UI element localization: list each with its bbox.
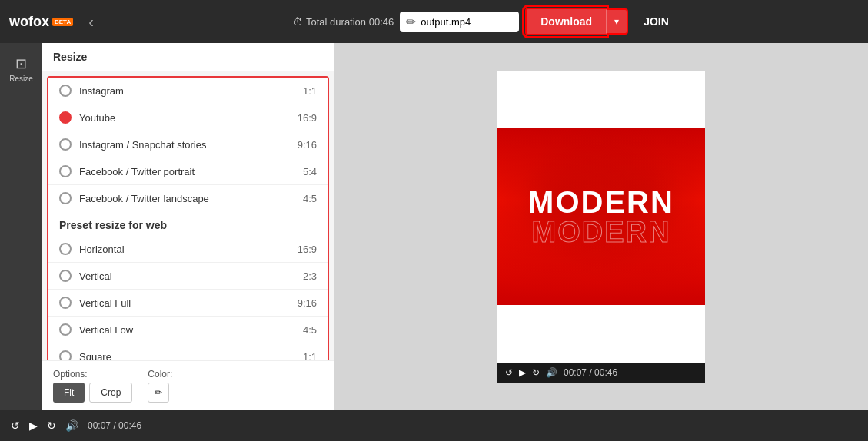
section-title-web: Preset resize for web (48, 211, 328, 236)
timeline-rewind-icon[interactable]: ↺ (11, 419, 20, 432)
footer-row: Options: Fit Crop Color: ✏ (53, 369, 323, 403)
item-label-instagram-stories: Instagram / Snapchat stories (79, 139, 298, 151)
preview-time-total: 00:46 (594, 367, 617, 378)
resize-section-2: Preset resize for web Horizontal 16:9 Ve… (48, 211, 328, 360)
item-label-horizontal: Horizontal (79, 244, 298, 255)
item-ratio-vertical-low: 4:5 (303, 324, 317, 336)
radio-vertical-full[interactable] (59, 297, 72, 309)
preview-area: MODERN MODERN ↺ ▶ ↻ 🔊 00:07 / 00:46 (334, 43, 868, 410)
radio-youtube[interactable] (59, 111, 72, 124)
item-label-facebook-landscape: Facebook / Twitter landscape (79, 193, 303, 204)
preview-play-icon[interactable]: ▶ (519, 367, 526, 378)
download-group: Download ▾ (525, 8, 628, 35)
resize-item-facebook-landscape[interactable]: Facebook / Twitter landscape 4:5 (48, 185, 328, 211)
resize-icon: ⊡ (15, 55, 27, 72)
item-ratio-facebook-portrait: 5:4 (303, 166, 317, 177)
resize-item-vertical[interactable]: Vertical 2:3 (48, 263, 328, 290)
item-ratio-youtube: 16:9 (298, 112, 317, 124)
resize-section-1: Instagram 1:1 Youtube 16:9 Instagram / S… (48, 78, 328, 211)
duration-icon: ⏱ (293, 16, 303, 28)
item-ratio-instagram: 1:1 (303, 85, 317, 97)
radio-facebook-portrait[interactable] (59, 165, 72, 177)
video-text-outline: MODERN (528, 217, 674, 247)
preview-rewind-icon[interactable]: ↺ (505, 367, 513, 378)
duration-text: Total duration 00:46 (306, 16, 394, 28)
item-ratio-horizontal: 16:9 (298, 244, 317, 255)
item-label-square: Square (79, 351, 303, 361)
resize-item-vertical-full[interactable]: Vertical Full 9:16 (48, 290, 328, 317)
timeline-time-total: 00:46 (118, 420, 141, 431)
fit-crop-group: Fit Crop (53, 383, 132, 403)
video-preview: MODERN MODERN (497, 71, 705, 363)
item-label-vertical: Vertical (79, 270, 303, 282)
timeline-bar: ↺ ▶ ↻ 🔊 00:07 / 00:46 (0, 410, 868, 441)
radio-instagram-stories[interactable] (59, 138, 72, 151)
duration-label: ⏱ Total duration 00:46 (293, 16, 394, 28)
logo-text: wofox (9, 14, 49, 30)
preview-time-current: 00:07 (564, 367, 587, 378)
item-ratio-vertical: 2:3 (303, 270, 317, 282)
fit-button[interactable]: Fit (53, 383, 85, 403)
preview-time-display: 00:07 / 00:46 (564, 367, 617, 378)
panel-content: Instagram 1:1 Youtube 16:9 Instagram / S… (42, 71, 334, 360)
main: ⊡ Resize Resize Instagram 1:1 Youtube (0, 43, 868, 410)
resize-item-instagram[interactable]: Instagram 1:1 (48, 78, 328, 104)
item-ratio-square: 1:1 (303, 351, 317, 361)
timeline-time-current: 00:07 (88, 420, 111, 431)
header-center: ⏱ Total duration 00:46 ✏ Download ▾ JOIN (103, 8, 859, 35)
item-ratio-facebook-landscape: 4:5 (303, 193, 317, 204)
resize-item-youtube[interactable]: Youtube 16:9 (48, 104, 328, 131)
video-text-main: MODERN (528, 187, 674, 217)
item-ratio-instagram-stories: 9:16 (298, 139, 317, 151)
item-label-vertical-low: Vertical Low (79, 324, 303, 336)
timeline-time-display: 00:07 / 00:46 (88, 420, 141, 431)
options-label: Options: (53, 369, 132, 380)
video-top (497, 71, 705, 128)
sidebar: ⊡ Resize (0, 43, 42, 410)
resize-item-vertical-low[interactable]: Vertical Low 4:5 (48, 317, 328, 343)
options-group: Options: Fit Crop (53, 369, 132, 403)
radio-square[interactable] (59, 350, 72, 360)
radio-horizontal[interactable] (59, 243, 72, 255)
logo-badge: BETA (52, 18, 73, 26)
resize-item-horizontal[interactable]: Horizontal 16:9 (48, 236, 328, 263)
timeline-forward-icon[interactable]: ↻ (47, 419, 56, 432)
item-ratio-vertical-full: 9:16 (298, 297, 317, 309)
timeline-volume-icon[interactable]: 🔊 (65, 419, 78, 432)
radio-vertical[interactable] (59, 270, 72, 282)
resize-list: Instagram 1:1 Youtube 16:9 Instagram / S… (47, 76, 329, 360)
resize-item-instagram-stories[interactable]: Instagram / Snapchat stories 9:16 (48, 131, 328, 158)
color-group: Color: ✏ (148, 369, 172, 403)
color-label: Color: (148, 369, 172, 380)
video-bottom (497, 305, 705, 363)
item-label-facebook-portrait: Facebook / Twitter portrait (79, 166, 303, 177)
item-label-youtube: Youtube (79, 112, 298, 124)
edit-icon: ✏ (406, 15, 416, 29)
video-control-bar: ↺ ▶ ↻ 🔊 00:07 / 00:46 (497, 363, 705, 383)
sidebar-item-label: Resize (9, 75, 33, 83)
item-label-vertical-full: Vertical Full (79, 297, 298, 309)
radio-vertical-low[interactable] (59, 323, 72, 336)
download-button[interactable]: Download (525, 8, 606, 35)
join-button[interactable]: JOIN (644, 15, 669, 28)
resize-panel: Resize Instagram 1:1 Youtube 16:9 (42, 43, 334, 410)
color-picker-button[interactable]: ✏ (148, 383, 169, 403)
video-text-group: MODERN MODERN (528, 187, 674, 247)
sidebar-item-resize[interactable]: ⊡ Resize (6, 49, 36, 89)
item-label-instagram: Instagram (79, 85, 303, 97)
video-container: MODERN MODERN ↺ ▶ ↻ 🔊 00:07 / 00:46 (497, 71, 705, 383)
preview-volume-icon[interactable]: 🔊 (546, 367, 557, 378)
panel-header: Resize (42, 43, 334, 71)
video-image: MODERN MODERN (497, 128, 705, 305)
timeline-play-icon[interactable]: ▶ (29, 419, 38, 432)
panel-footer: Options: Fit Crop Color: ✏ (42, 360, 334, 410)
back-button[interactable]: ‹ (88, 13, 94, 31)
preview-forward-icon[interactable]: ↻ (532, 367, 540, 378)
radio-instagram[interactable] (59, 85, 72, 97)
resize-item-square[interactable]: Square 1:1 (48, 343, 328, 360)
file-name-input[interactable] (421, 16, 513, 28)
crop-button[interactable]: Crop (89, 383, 132, 403)
resize-item-facebook-portrait[interactable]: Facebook / Twitter portrait 5:4 (48, 158, 328, 185)
radio-facebook-landscape[interactable] (59, 192, 72, 204)
download-dropdown-button[interactable]: ▾ (606, 8, 628, 35)
